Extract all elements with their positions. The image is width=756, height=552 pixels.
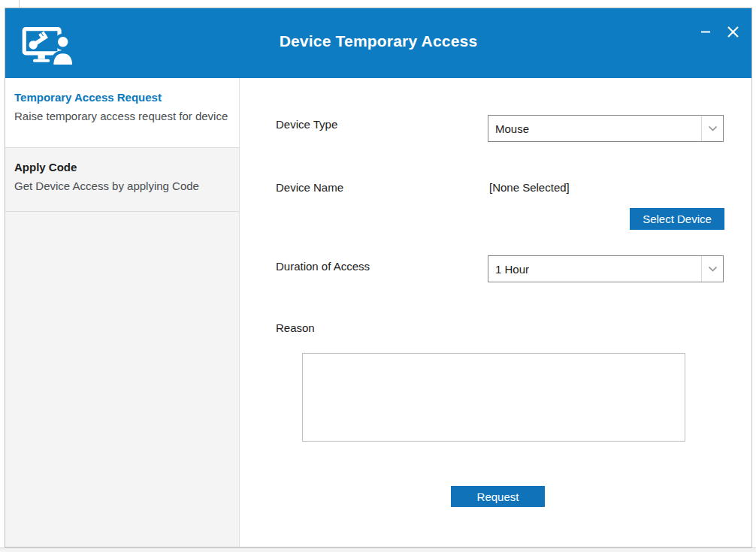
device-type-value: Mouse [488, 116, 701, 141]
duration-dropdown[interactable]: 1 Hour [488, 255, 724, 282]
app-window: Device Temporary Access Temporary Access… [5, 8, 752, 547]
minimize-icon [700, 26, 712, 38]
chevron-down-icon [701, 256, 723, 282]
titlebar: Device Temporary Access [5, 8, 751, 78]
window-controls [694, 20, 744, 43]
close-button[interactable] [721, 20, 744, 43]
sidebar-item-subtitle: Raise temporary access request for devic… [14, 110, 228, 122]
device-name-label: Device Name [276, 181, 343, 194]
minimize-button[interactable] [694, 20, 717, 43]
chevron-down-icon [701, 116, 723, 141]
device-type-label: Device Type [276, 118, 337, 131]
sidebar-item-subtitle: Get Device Access by applying Code [14, 179, 228, 192]
form-panel: Device Type Mouse Device Name [None Sele… [240, 78, 751, 547]
request-button[interactable]: Request [451, 486, 545, 507]
select-device-button[interactable]: Select Device [630, 208, 724, 230]
duration-label: Duration of Access [276, 260, 370, 273]
close-icon [727, 26, 739, 38]
device-type-dropdown[interactable]: Mouse [488, 115, 724, 142]
sidebar-item-title: Apply Code [14, 161, 228, 173]
sidebar: Temporary Access Request Raise temporary… [5, 78, 240, 547]
sidebar-item-title: Temporary Access Request [14, 91, 228, 104]
reason-textarea[interactable] [302, 353, 685, 442]
window-title: Device Temporary Access [5, 32, 751, 50]
background-artifact-line [19, 0, 20, 8]
device-name-value: [None Selected] [489, 181, 570, 194]
background-artifact-strip [0, 547, 756, 552]
duration-value: 1 Hour [488, 256, 701, 282]
sidebar-item-apply-code[interactable]: Apply Code Get Device Access by applying… [5, 148, 239, 212]
sidebar-item-temporary-access-request[interactable]: Temporary Access Request Raise temporary… [5, 78, 239, 148]
reason-label: Reason [276, 321, 315, 334]
